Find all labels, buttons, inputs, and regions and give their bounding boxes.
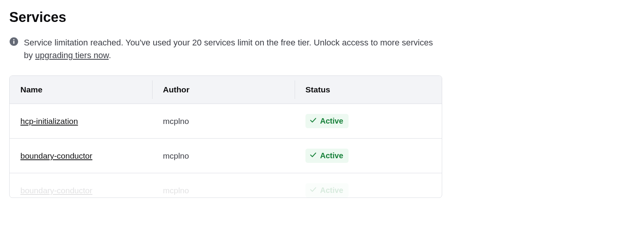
table-row: hcp-initialization mcplno Active bbox=[10, 104, 442, 139]
table-header-author: Author bbox=[152, 76, 295, 104]
alert-text: Service limitation reached. You've used … bbox=[24, 36, 441, 62]
check-icon bbox=[309, 151, 317, 161]
svg-point-1 bbox=[13, 39, 14, 40]
table-row: boundary-conductor mcplno Active bbox=[10, 139, 442, 173]
svg-rect-2 bbox=[13, 41, 15, 44]
service-author: mcplno bbox=[152, 104, 295, 139]
table-header-row: Name Author Status bbox=[10, 76, 442, 104]
status-label: Active bbox=[320, 117, 343, 126]
alert-banner: Service limitation reached. You've used … bbox=[9, 36, 441, 62]
status-label: Active bbox=[320, 186, 343, 195]
upgrade-link[interactable]: upgrading tiers now bbox=[35, 50, 109, 60]
status-badge: Active bbox=[305, 149, 349, 163]
status-badge: Active bbox=[305, 183, 349, 198]
table-header-name: Name bbox=[10, 76, 152, 104]
table-header-status: Status bbox=[295, 76, 442, 104]
service-author: mcplno bbox=[152, 173, 295, 198]
service-author: mcplno bbox=[152, 139, 295, 173]
check-icon bbox=[309, 186, 317, 195]
service-name-link[interactable]: hcp-initialization bbox=[20, 117, 78, 126]
check-icon bbox=[309, 116, 317, 126]
table-row: boundary-conductor mcplno Active bbox=[10, 173, 442, 198]
services-table: Name Author Status hcp-initialization mc… bbox=[9, 75, 442, 198]
service-name-link[interactable]: boundary-conductor bbox=[20, 186, 92, 195]
status-label: Active bbox=[320, 151, 343, 160]
page-title: Services bbox=[9, 9, 635, 25]
info-icon bbox=[9, 37, 18, 46]
status-badge: Active bbox=[305, 114, 349, 128]
service-name-link[interactable]: boundary-conductor bbox=[20, 151, 92, 160]
alert-text-after: . bbox=[109, 50, 111, 60]
